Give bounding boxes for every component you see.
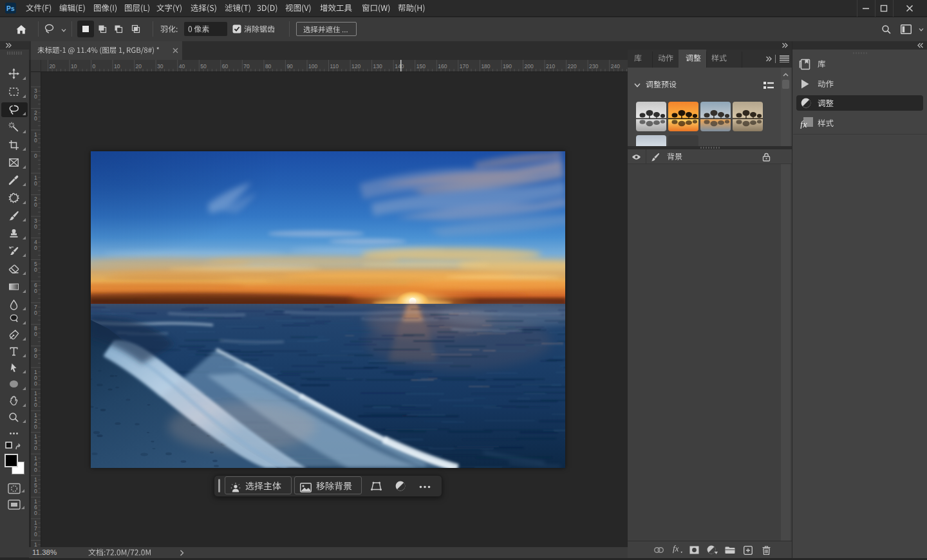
svg-text:40: 40 <box>179 63 185 70</box>
svg-text:0: 0 <box>93 63 96 70</box>
svg-text:10: 10 <box>114 63 120 70</box>
svg-text:200: 200 <box>525 63 534 70</box>
svg-text:0: 0 <box>34 467 37 473</box>
svg-text:210: 210 <box>546 63 555 70</box>
svg-text:Ps: Ps <box>6 5 15 12</box>
svg-text:220: 220 <box>568 63 577 70</box>
svg-text:0: 0 <box>34 310 37 316</box>
svg-text:140: 140 <box>395 63 404 70</box>
svg-text:80: 80 <box>265 63 272 70</box>
svg-text:240: 240 <box>611 63 620 70</box>
svg-text:0: 0 <box>34 331 37 337</box>
svg-text:70: 70 <box>243 63 250 70</box>
svg-text:120: 120 <box>351 63 360 70</box>
svg-text:90: 90 <box>286 63 293 70</box>
svg-text:0: 0 <box>34 424 37 430</box>
svg-text:100: 100 <box>308 63 317 70</box>
svg-text:0: 0 <box>34 93 37 100</box>
svg-text:20: 20 <box>136 63 142 70</box>
svg-text:190: 190 <box>503 63 512 70</box>
svg-text:60: 60 <box>222 63 229 70</box>
svg-text:180: 180 <box>481 63 490 70</box>
svg-text:230: 230 <box>589 63 598 70</box>
svg-text:0: 0 <box>34 353 37 359</box>
svg-text:0: 0 <box>34 402 37 408</box>
svg-text:170: 170 <box>460 63 469 70</box>
svg-text:0: 0 <box>34 445 37 451</box>
svg-text:0: 0 <box>34 180 37 187</box>
svg-text:130: 130 <box>373 63 382 70</box>
svg-text:1: 1 <box>34 541 37 547</box>
svg-text:0: 0 <box>34 153 37 159</box>
svg-text:0: 0 <box>34 380 37 387</box>
svg-text:0: 0 <box>34 137 37 144</box>
svg-text:0: 0 <box>34 510 37 516</box>
svg-text:110: 110 <box>330 63 339 70</box>
svg-text:50: 50 <box>200 63 207 70</box>
svg-text:150: 150 <box>417 63 426 70</box>
svg-text:30: 30 <box>157 63 164 70</box>
svg-text:0: 0 <box>34 488 37 494</box>
svg-text:160: 160 <box>438 63 447 70</box>
svg-text:0: 0 <box>34 288 37 294</box>
svg-text:0: 0 <box>34 115 37 122</box>
svg-text:0: 0 <box>34 223 37 230</box>
svg-text:20: 20 <box>49 63 55 70</box>
svg-text:0: 0 <box>34 266 37 273</box>
svg-text:0: 0 <box>34 531 37 537</box>
svg-text:0: 0 <box>34 201 37 208</box>
svg-text:0: 0 <box>34 245 37 251</box>
svg-text:10: 10 <box>71 63 77 70</box>
